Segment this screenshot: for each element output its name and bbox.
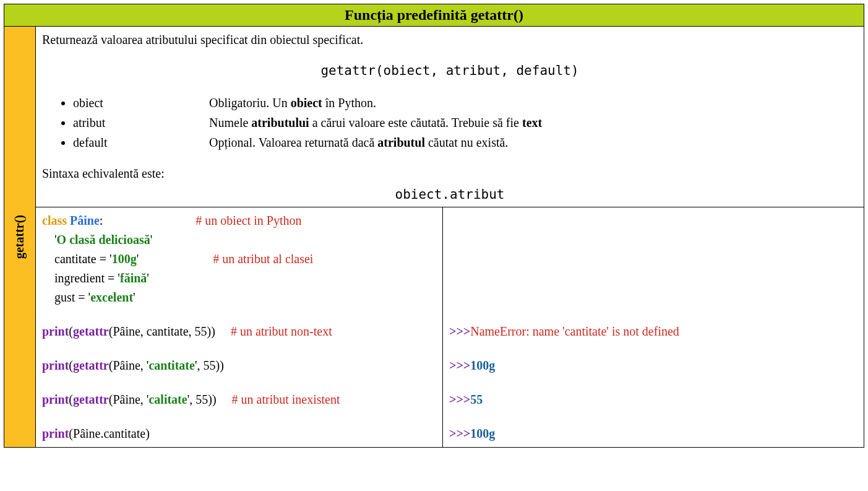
code-line: 'O clasă delicioasă'	[42, 230, 436, 250]
param-item-atribut: atributNumele atributului a cărui valoar…	[73, 113, 857, 132]
description-text: Returnează valoarea atributului specific…	[42, 30, 857, 49]
output-line: >>>NameError: name 'cantitate' is not de…	[449, 322, 857, 341]
document-table: Funcția predefinită getattr() getattr() …	[4, 4, 864, 448]
code-cell: class Pâine: # un obiect in Python 'O cl…	[36, 207, 443, 447]
equivalence-label: Sintaxa echivalentă este:	[42, 164, 857, 183]
output-line: >>>55	[449, 390, 857, 409]
param-item-obiect: obiectObligatoriu. Un obiect în Python.	[73, 93, 857, 112]
code-line: print(getattr(Pâine, cantitate, 55)) # u…	[42, 322, 436, 341]
main-cell: Returnează valoarea atributului specific…	[36, 27, 864, 447]
code-line: ingredient = 'făină'	[42, 269, 436, 288]
code-line: cantitate = '100g' # un atribut al clase…	[42, 250, 436, 269]
description-cell: Returnează valoarea atributului specific…	[36, 27, 864, 207]
function-signature: getattr(obiect, atribut, default)	[42, 61, 857, 81]
output-cell: >>>NameError: name 'cantitate' is not de…	[443, 207, 864, 447]
side-label: getattr()	[13, 215, 27, 259]
example-row: class Pâine: # un obiect in Python 'O cl…	[36, 207, 864, 447]
table-header: Funcția predefinită getattr()	[4, 4, 864, 27]
code-line: print(Pâine.cantitate)	[42, 424, 436, 443]
code-line: print(getattr(Pâine, 'calitate', 55)) # …	[42, 390, 436, 409]
param-item-default: defaultOpțional. Valoarea returnată dacă…	[73, 133, 857, 152]
equivalence-code: obiect.atribut	[42, 185, 857, 205]
code-line: print(getattr(Pâine, 'cantitate', 55))	[42, 356, 436, 375]
code-line: class Pâine: # un obiect in Python	[42, 211, 436, 230]
code-line: gust = 'excelent'	[42, 288, 436, 307]
output-line: >>>100g	[449, 424, 857, 443]
param-list: obiectObligatoriu. Un obiect în Python. …	[73, 93, 857, 152]
side-label-cell: getattr()	[4, 27, 36, 447]
table-body: getattr() Returnează valoarea atributulu…	[4, 27, 864, 447]
output-line: >>>100g	[449, 356, 857, 375]
